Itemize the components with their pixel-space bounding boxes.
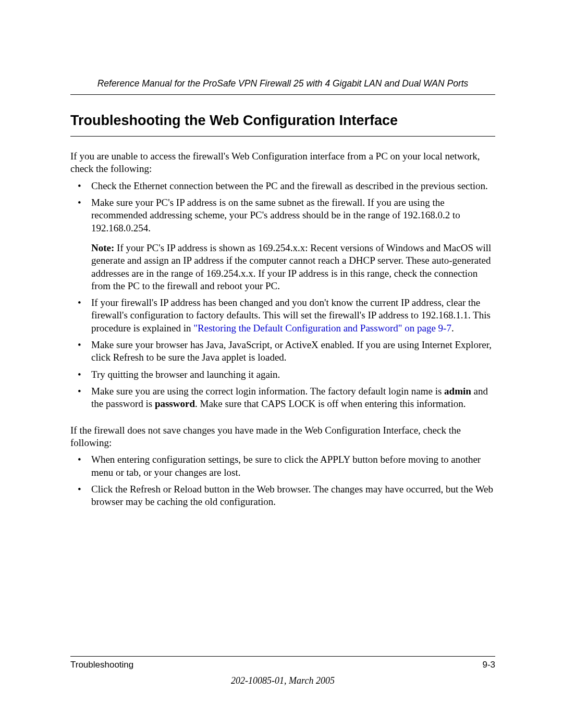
admin-text: admin (444, 386, 471, 397)
footer-docid: 202-10085-01, March 2005 (70, 675, 495, 686)
bullet-text: When entering configuration settings, be… (91, 454, 481, 477)
cross-reference-link[interactable]: "Restoring the Default Configuration and… (193, 323, 451, 334)
bullet-list-1: Check the Ethernet connection between th… (70, 180, 495, 411)
bullet-list-2: When entering configuration settings, be… (70, 453, 495, 508)
bullet-text: Make sure your browser has Java, JavaScr… (91, 339, 492, 363)
document-page: Reference Manual for the ProSafe VPN Fir… (0, 0, 563, 728)
list-item: Try quitting the browser and launching i… (70, 368, 495, 381)
bullet-text: Check the Ethernet connection between th… (91, 180, 488, 191)
bullet-text: Click the Refresh or Reload button in th… (91, 484, 493, 507)
note-paragraph: Note: If your PC's IP address is shown a… (91, 242, 495, 292)
list-item: Make sure you are using the correct logi… (70, 385, 495, 411)
paragraph-2: If the firewall does not save changes yo… (70, 424, 495, 450)
list-item: Make sure your PC's IP address is on the… (70, 196, 495, 292)
footer-line: Troubleshooting 9-3 (70, 660, 495, 670)
list-item: Check the Ethernet connection between th… (70, 180, 495, 192)
password-text: password (155, 398, 195, 409)
note-label: Note: (91, 242, 114, 253)
bullet-text-post: . (451, 323, 454, 334)
bullet-text: Try quitting the browser and launching i… (91, 369, 280, 380)
list-item: Click the Refresh or Reload button in th… (70, 483, 495, 509)
note-text: If your PC's IP address is shown as 169.… (91, 242, 491, 291)
running-head: Reference Manual for the ProSafe VPN Fir… (70, 78, 495, 95)
footer-chapter: Troubleshooting (70, 660, 133, 670)
footer-page-number: 9-3 (482, 660, 495, 670)
bullet-text-pre: Make sure you are using the correct logi… (91, 386, 444, 397)
list-item: When entering configuration settings, be… (70, 453, 495, 479)
bullet-text-post: . Make sure that CAPS LOCK is off when e… (195, 398, 466, 409)
page-footer: Troubleshooting 9-3 202-10085-01, March … (70, 656, 495, 686)
bullet-text: Make sure your PC's IP address is on the… (91, 197, 460, 233)
list-item: Make sure your browser has Java, JavaScr… (70, 339, 495, 364)
list-item: If your firewall's IP address has been c… (70, 297, 495, 335)
footer-rule (70, 656, 495, 657)
section-title: Troubleshooting the Web Configuration In… (70, 113, 495, 137)
intro-paragraph: If you are unable to access the firewall… (70, 150, 495, 176)
